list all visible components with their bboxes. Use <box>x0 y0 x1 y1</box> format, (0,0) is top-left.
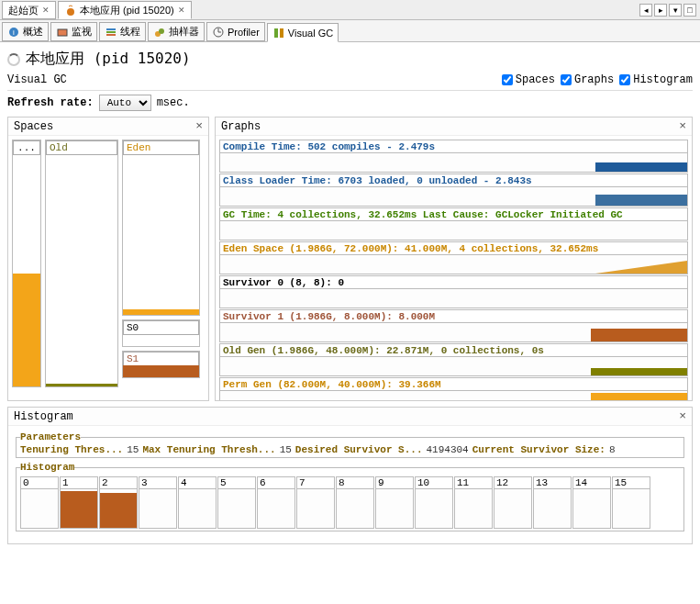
graph-perm: Perm Gen (82.000M, 40.000M): 39.366M <box>219 377 688 400</box>
space-perm: ... <box>12 140 41 387</box>
content-area: 本地应用 (pid 15020) Visual GC Spaces Graphs… <box>0 42 700 604</box>
window-controls: ◂ ▸ ▾ □ <box>639 4 700 17</box>
hist-bar-4: 4 <box>178 476 217 529</box>
checkbox-histogram[interactable]: Histogram <box>619 73 693 86</box>
graph-eden: Eden Space (1.986G, 72.000M): 41.000M, 4… <box>219 241 688 274</box>
page-title-text: 本地应用 (pid 15020) <box>26 50 191 69</box>
svg-point-0 <box>67 8 74 16</box>
maximize-icon[interactable]: □ <box>683 4 696 17</box>
tab-visual-gc[interactable]: Visual GC <box>267 23 339 42</box>
graph-gctime: GC Time: 4 collections, 32.652ms Last Ca… <box>219 207 688 240</box>
svg-rect-6 <box>106 34 116 36</box>
space-s0: S0 <box>122 319 200 347</box>
graph-compile: Compile Time: 502 compiles - 2.479s <box>219 140 688 173</box>
graph-classloader: Class Loader Time: 6703 loaded, 0 unload… <box>219 173 688 207</box>
tab-local-app[interactable]: 本地应用 (pid 15020) ✕ <box>58 1 192 19</box>
hist-bar-11: 11 <box>454 476 493 529</box>
hist-bar-5: 5 <box>217 476 256 529</box>
space-old: Old <box>45 140 118 387</box>
hist-bar-6: 6 <box>257 476 295 529</box>
nav-back-icon[interactable]: ◂ <box>639 4 652 17</box>
tab-label: Visual GC <box>288 28 333 39</box>
tab-profiler[interactable]: Profiler <box>206 22 265 41</box>
hist-bar-8: 8 <box>336 476 374 529</box>
close-icon[interactable]: × <box>195 119 203 133</box>
tab-label: Profiler <box>228 27 260 38</box>
spaces-panel: Spaces × ... Old <box>7 117 209 401</box>
tab-label: 抽样器 <box>169 25 199 39</box>
hist-bar-15: 15 <box>612 476 650 529</box>
java-icon <box>64 4 77 17</box>
svg-rect-5 <box>106 31 116 33</box>
tab-sampler[interactable]: 抽样器 <box>148 22 205 41</box>
profiler-icon <box>212 26 225 39</box>
hist-bar-13: 13 <box>533 476 572 529</box>
svg-text:i: i <box>13 28 15 37</box>
svg-point-8 <box>159 28 164 34</box>
tab-label: 线程 <box>120 25 140 39</box>
svg-rect-3 <box>58 29 67 36</box>
sampler-icon <box>153 26 166 39</box>
visualgc-toolbar: Visual GC Spaces Graphs Histogram <box>7 71 693 91</box>
hist-bar-7: 7 <box>296 476 335 529</box>
panel-title: Histogram <box>14 410 73 423</box>
svg-rect-4 <box>106 28 116 30</box>
hist-bar-1: 1 <box>60 476 98 529</box>
hist-bar-9: 9 <box>375 476 414 529</box>
graph-old: Old Gen (1.986G, 48.000M): 22.871M, 0 co… <box>219 343 688 376</box>
checkbox-spaces[interactable]: Spaces <box>502 73 555 86</box>
hist-bar-14: 14 <box>572 476 611 529</box>
tab-label: 监视 <box>72 25 92 39</box>
info-icon: i <box>7 26 20 39</box>
panel-title: Spaces <box>14 120 53 133</box>
tab-label: 概述 <box>23 25 43 39</box>
dropdown-icon[interactable]: ▾ <box>669 4 682 17</box>
sub-tab-bar: i 概述 监视 线程 抽样器 Profiler Visual GC <box>0 20 700 42</box>
tab-overview[interactable]: i 概述 <box>2 22 49 41</box>
nav-fwd-icon[interactable]: ▸ <box>654 4 667 17</box>
tool-label: Visual GC <box>7 73 67 86</box>
close-icon[interactable]: ✕ <box>178 6 185 15</box>
monitor-icon <box>56 26 69 39</box>
tab-start-page[interactable]: 起始页 ✕ <box>2 1 56 19</box>
spinner-icon <box>7 53 20 66</box>
checkbox-graphs[interactable]: Graphs <box>561 73 614 86</box>
close-icon[interactable]: ✕ <box>42 6 50 15</box>
threads-icon <box>105 26 117 39</box>
params-fieldset: Parameters Tenuring Thres... 15 Max Tenu… <box>16 431 684 458</box>
svg-rect-12 <box>274 28 278 38</box>
svg-rect-13 <box>280 28 283 38</box>
page-title: 本地应用 (pid 15020) <box>7 50 693 69</box>
close-icon[interactable]: × <box>679 409 686 423</box>
hist-bar-3: 3 <box>139 476 177 529</box>
panel-title: Graphs <box>221 120 261 133</box>
graph-s1: Survivor 1 (1.986G, 8.000M): 8.000M <box>219 309 688 342</box>
hist-bar-12: 12 <box>494 476 532 529</box>
tab-label: 起始页 <box>8 4 39 17</box>
refresh-row: Refresh rate: Auto msec. <box>7 95 693 111</box>
tab-threads[interactable]: 线程 <box>99 22 146 41</box>
hist-bar-0: 0 <box>20 476 59 529</box>
refresh-unit: msec. <box>157 96 190 109</box>
histogram-panel: Histogram × Parameters Tenuring Thres...… <box>7 407 693 544</box>
hist-bar-10: 10 <box>415 476 453 529</box>
outer-tab-bar: 起始页 ✕ 本地应用 (pid 15020) ✕ ◂ ▸ ▾ □ <box>0 0 700 20</box>
refresh-label: Refresh rate: <box>7 96 94 109</box>
graphs-panel: Graphs × Compile Time: 502 compiles - 2.… <box>215 117 693 401</box>
close-icon[interactable]: × <box>679 119 686 133</box>
graph-s0: Survivor 0 (8, 8): 0 <box>219 275 688 308</box>
space-eden: Eden <box>122 140 200 316</box>
hist-bar-2: 2 <box>99 476 138 529</box>
tab-label: 本地应用 (pid 15020) <box>80 4 174 17</box>
refresh-select[interactable]: Auto <box>99 95 151 111</box>
space-s1: S1 <box>122 351 200 378</box>
tab-monitor[interactable]: 监视 <box>50 22 97 41</box>
hist-fieldset: Histogram 0123456789101112131415 <box>16 462 684 531</box>
visualgc-icon <box>272 27 285 39</box>
